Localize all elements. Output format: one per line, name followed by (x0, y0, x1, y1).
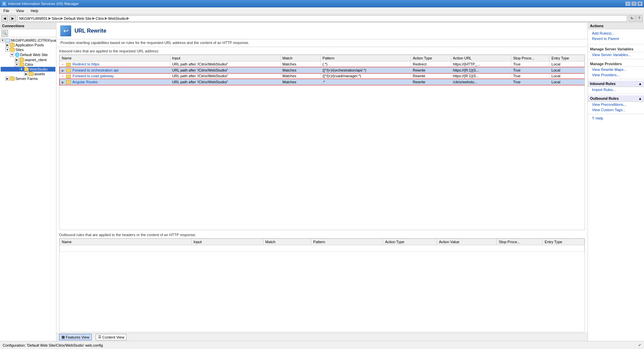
cell-stopproc: True (511, 61, 549, 68)
expand-citrix[interactable]: ▼ (15, 62, 19, 67)
outbound-section-label: Outbound rules that are applied to the h… (59, 233, 585, 237)
tree-item-serverfarms[interactable]: ▶ Server Farms (1, 76, 55, 81)
revert-to-parent-link[interactable]: Revert to Parent (588, 36, 644, 41)
view-rewrite-maps-link[interactable]: View Rewrite Maps... (588, 67, 644, 72)
address-input[interactable]: NKGWYUANR01 ▶ Sites ▶ Default Web Site ▶… (17, 15, 627, 22)
manage-providers-header: Manage Providers (588, 60, 644, 67)
connections-panel: Connections 🔍 ▼ NKGWYUANR01 (CITRIX\yua … (0, 23, 56, 341)
tree-label-assets: assets (34, 72, 45, 76)
app-title: Internet Information Services (IIS) Mana… (8, 2, 79, 6)
cell-actionurl: https://{R:1}{S... (451, 73, 511, 79)
cell-pattern: ([^/]+)/(orchestration/api/.*) (320, 67, 411, 73)
folder-icon-citrix (19, 63, 24, 67)
expand-webstudio[interactable]: ▼ (19, 67, 23, 71)
inbound-rules-label: Inbound Rules (590, 82, 615, 86)
cell-name: ▶ Angular Routes (60, 79, 170, 85)
expand-defaultwebsite[interactable]: ▼ (10, 53, 14, 57)
tree-item-assets[interactable]: ▶ assets (1, 72, 55, 76)
connections-search[interactable]: 🔍 (1, 30, 8, 37)
col-name-inbound: Name (60, 55, 170, 61)
inbound-rules-section[interactable]: Inbound Rules ▲ (588, 81, 644, 87)
folder-icon-webstudio (24, 68, 29, 71)
tree-label-aspnetclient: aspnet_client (25, 58, 47, 62)
refresh-button[interactable]: ↻ (629, 15, 635, 22)
expand-server[interactable]: ▼ (1, 38, 5, 42)
view-server-variables-link[interactable]: View Server Variables... (588, 52, 644, 57)
back-button[interactable]: ◀ (1, 15, 8, 22)
help-label: Help (596, 116, 603, 120)
features-view-icon: ▦ (61, 335, 65, 339)
cell-entrytype: Local (549, 73, 585, 79)
minimize-button[interactable]: ─ (625, 1, 631, 6)
inbound-section-label: Inbound rules that are applied to the re… (59, 49, 585, 53)
expand-sites[interactable]: ▼ (5, 48, 9, 52)
help-link[interactable]: ? Help (588, 116, 644, 121)
title-bar: 🖥 Internet Information Services (IIS) Ma… (0, 0, 644, 7)
tree-item-aspnetclient[interactable]: ▶ aspnet_client (1, 57, 55, 62)
content-area: ↩ URL Rewrite Provides rewriting capabil… (56, 23, 588, 341)
cell-name: ▶ Forward to orchestration api (60, 67, 170, 73)
folder-icon-sites (10, 48, 15, 52)
maximize-button[interactable]: □ (631, 1, 637, 6)
expand-assets[interactable]: ▶ (24, 72, 28, 76)
features-view-tab[interactable]: ▦ Features View (59, 334, 92, 340)
col-actionvalue-outbound: Action Value (437, 239, 496, 245)
collapse-inbound-icon: ▲ (638, 82, 642, 86)
cell-stopproc: True (511, 79, 549, 85)
divider-1 (588, 44, 644, 44)
tree-label-serverfarms: Server Farms (15, 77, 38, 81)
url-rewrite-icon: ↩ (60, 26, 71, 36)
tree-item-webstudio[interactable]: ▼ WebStudio (1, 67, 55, 72)
menu-file[interactable]: File (1, 8, 11, 13)
divider-3 (588, 79, 644, 79)
expand-apppools[interactable]: ▶ (5, 43, 9, 47)
cell-stopproc: True (511, 67, 549, 73)
help-icon: ? (592, 116, 594, 120)
cell-pattern: ([^/]+)/(cvad/manage/.*) (320, 73, 411, 79)
cell-match: Matches (280, 61, 320, 68)
expand-serverfarms[interactable]: ▶ (5, 77, 9, 81)
outbound-rules-label: Outbound Rules (590, 96, 619, 100)
col-entrytype-inbound: Entry Type (549, 55, 585, 61)
folder-icon-serverfarms (10, 77, 15, 81)
table-row[interactable]: ▶ Angular Routes URL path after '/Citrix… (60, 79, 585, 85)
outbound-table: Name Input Match Pattern Action Type Act… (59, 238, 585, 252)
cell-actionurl: /citrix/webstu... (451, 79, 511, 85)
expand-aspnetclient[interactable]: ▶ (15, 58, 19, 62)
import-rules-link[interactable]: Import Rules... (588, 87, 644, 92)
col-match-inbound: Match (280, 55, 320, 61)
content-view-tab[interactable]: ☰ Content View (96, 334, 127, 340)
menu-view[interactable]: View (14, 8, 26, 13)
table-row[interactable]: + Forward to cvad gateway URL path after… (60, 73, 585, 79)
col-actiontype-outbound: Action Type (383, 239, 437, 245)
address-bar: ◀ ▶ NKGWYUANR01 ▶ Sites ▶ Default Web Si… (0, 14, 644, 23)
table-row[interactable]: + Redirect to https URL path after '/Cit… (60, 61, 585, 68)
view-custom-tags-link[interactable]: View Custom Tags... (588, 107, 644, 113)
col-actiontype-inbound: Action Type (411, 55, 451, 61)
breadcrumb-3: Default Web Site (64, 16, 91, 20)
col-pattern-inbound: Pattern (320, 55, 411, 61)
outbound-rules-section[interactable]: Outbound Rules ▲ (588, 95, 644, 102)
table-row[interactable]: ▶ Forward to orchestration api URL path … (60, 67, 585, 73)
forward-button[interactable]: ▶ (9, 15, 16, 22)
add-rules-link[interactable]: Add Rule(s)... (588, 31, 644, 36)
inbound-table: Name Input Match Pattern Action Type Act… (59, 55, 585, 85)
cell-actionurl: https://{R:1}{S... (451, 67, 511, 73)
close-button[interactable]: ✕ (637, 1, 643, 6)
tree-item-defaultwebsite[interactable]: ▼ 🌐 Default Web Site (1, 52, 55, 57)
col-pattern-outbound: Pattern (311, 239, 383, 245)
cell-stopproc: True (511, 73, 549, 79)
tree-item-citrix[interactable]: ▼ Citrix (1, 62, 55, 67)
col-actionurl-inbound: Action URL (451, 55, 511, 61)
view-preconditions-link[interactable]: View Preconditions... (588, 102, 644, 107)
divider-4 (588, 94, 644, 94)
view-providers-link[interactable]: View Providers... (588, 72, 644, 78)
tree-item-apppools[interactable]: ▶ Application Pools (1, 43, 55, 47)
tree-item-server[interactable]: ▼ NKGWYUANR01 (CITRIX\yua (1, 38, 55, 43)
content-header: ↩ URL Rewrite (56, 23, 588, 39)
tree-item-sites[interactable]: ▼ Sites (1, 47, 55, 52)
menu-help[interactable]: Help (29, 8, 40, 13)
online-help-button[interactable]: ? (636, 15, 643, 22)
folder-icon-apppools (10, 43, 15, 47)
breadcrumb-1: NKGWYUANR01 (19, 16, 48, 20)
